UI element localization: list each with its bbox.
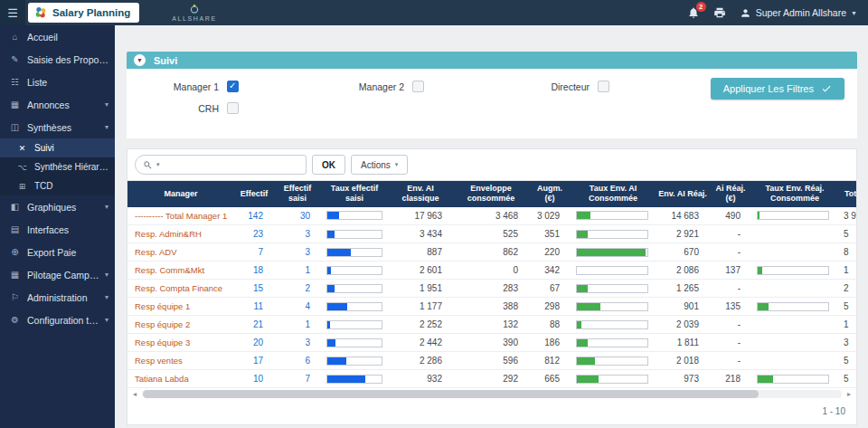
cell-total-ai: 3 9: [838, 207, 856, 225]
column-header-manager[interactable]: Manager: [127, 181, 234, 207]
checkbox-crh[interactable]: [227, 102, 239, 114]
scroll-right-icon[interactable]: ▸: [844, 388, 854, 400]
sidebar-item-annonces[interactable]: ▦Annonces▾: [0, 93, 115, 116]
cell-total-ai: 2: [838, 280, 856, 298]
cell-manager[interactable]: Tatiana Labda: [127, 370, 234, 388]
chevron-down-icon[interactable]: ▾: [156, 161, 160, 168]
table-row[interactable]: Resp. ADV73887862220670-8: [127, 243, 856, 262]
cell-manager[interactable]: Resp équipe 2: [127, 316, 234, 334]
sidebar-item-interfaces[interactable]: ▤Interfaces: [0, 218, 115, 241]
progress-fill-blue: [327, 376, 365, 383]
sidebar-item-label: Configuration techni...: [27, 315, 101, 326]
table-row[interactable]: ---------- Total Manager 11423017 9633 4…: [127, 207, 856, 225]
sidebar-item-suivi[interactable]: ✕Suivi: [0, 138, 115, 157]
suivi-panel-header: ▼ Suivi: [127, 52, 857, 69]
hamburger-menu-icon[interactable]: ☰: [0, 0, 25, 25]
cell-effectif: 10: [234, 370, 274, 388]
progress-track: [326, 375, 382, 384]
cell-manager[interactable]: Resp équipe 1: [127, 298, 234, 316]
sidebar-item-pilotage-campagne[interactable]: ▦Pilotage Campagne▾: [0, 263, 115, 286]
table-row[interactable]: Resp. Compta Finance1521 951283671 265-2: [127, 280, 856, 298]
filter-group: CRH: [139, 102, 239, 114]
column-header-taux-effectif-saisi[interactable]: Taux effectif saisi: [321, 181, 388, 207]
scroll-left-icon[interactable]: ◂: [130, 388, 139, 400]
sidebar-item-accueil[interactable]: ⌂Accueil: [0, 25, 115, 48]
scrollbar-thumb[interactable]: [143, 390, 759, 398]
table-row[interactable]: Resp ventes1762 2865968122 018-5: [127, 352, 856, 370]
checkbox-manager-1[interactable]: [227, 81, 239, 92]
cell-effectif: 11: [234, 298, 274, 316]
column-header-effectif-saisi[interactable]: Effectif saisi: [274, 181, 321, 207]
ok-button[interactable]: OK: [312, 155, 345, 175]
scrollbar-track[interactable]: [142, 390, 842, 398]
table-row[interactable]: Resp équipe 11141 1773882989011355: [127, 298, 856, 316]
collapse-panel-button[interactable]: ▼: [134, 54, 146, 66]
sidebar-item-saisie-des-propositions[interactable]: ✎Saisie des Propositions: [0, 48, 115, 71]
cell-ai-reaj: 137: [710, 262, 751, 280]
column-header-enveloppe-consomm-e[interactable]: Enveloppe consommée: [453, 181, 529, 207]
chevron-down-icon: ▾: [105, 100, 108, 109]
cell-env-ai-reaj: 2 921: [656, 225, 710, 243]
cell-effectif-saisi: 6: [274, 352, 321, 370]
cell-env-ai-classique: 2 442: [388, 334, 453, 352]
apply-filters-button[interactable]: Appliquer Les Filtres: [711, 78, 844, 100]
cell-env-ai-classique: 2 286: [388, 352, 453, 370]
print-button[interactable]: [713, 6, 726, 19]
cell-taux-effectif-saisi: [321, 243, 388, 262]
cell-taux-effectif-saisi: [321, 225, 388, 243]
cell-manager[interactable]: Resp. Comm&Mkt: [127, 262, 234, 280]
column-header-taux-env-ai-consomm-e[interactable]: Taux Env. AI Consommée: [571, 181, 656, 207]
checkbox-manager-2[interactable]: [412, 81, 424, 92]
column-header-taux-env-r-aj-consomm-e[interactable]: Taux Env. Réaj. Consommée: [751, 181, 838, 207]
column-header-env-ai-classique[interactable]: Env. AI classique: [388, 181, 453, 207]
sidebar-item-graphiques[interactable]: ◧Graphiques▾: [0, 195, 115, 218]
column-header-env-ai-r-aj[interactable]: Env. AI Réaj.: [656, 181, 710, 207]
cell-manager[interactable]: Resp. Admin&RH: [127, 225, 234, 243]
cell-ai-reaj: 490: [710, 207, 751, 225]
sidebar-item-export-paie[interactable]: ⊕Export Paie: [0, 241, 115, 263]
progress-track: [576, 230, 648, 239]
cell-taux-env-reaj-consommee: [751, 243, 838, 262]
actions-button[interactable]: Actions ▾: [351, 155, 408, 175]
cell-enveloppe-consommee: 283: [453, 280, 529, 298]
sidebar-item-synth-se-hi-rarchique[interactable]: ⌥Synthèse Hiérarchique: [0, 157, 115, 176]
search-icon[interactable]: [143, 160, 153, 170]
progress-track: [576, 320, 648, 329]
sidebar-item-synth-ses[interactable]: ◫Synthèses▾: [0, 116, 115, 138]
horizontal-scrollbar[interactable]: ◂ ▸: [127, 388, 856, 400]
progress-track: [757, 211, 829, 220]
cell-manager[interactable]: Resp. Compta Finance: [127, 280, 234, 298]
progress-track: [326, 248, 382, 257]
table-row[interactable]: Resp. Comm&Mkt1812 60103422 0861371: [127, 262, 856, 280]
column-header-total-ai[interactable]: Total AI: [838, 181, 856, 207]
cell-manager[interactable]: Resp ventes: [127, 352, 234, 370]
cell-env-ai-classique: 2 601: [388, 262, 453, 280]
cell-manager[interactable]: Resp équipe 3: [127, 334, 234, 352]
app-logo[interactable]: Salary Planning: [28, 3, 139, 23]
notifications-button[interactable]: 2: [687, 6, 700, 19]
cell-effectif: 15: [234, 280, 274, 298]
sidebar-item-label: Saisie des Propositions: [27, 54, 108, 65]
filter-label: Manager 1: [174, 81, 219, 92]
sidebar-item-liste[interactable]: ☷Liste: [0, 71, 115, 93]
sidebar-item-configuration-techni[interactable]: ⚙Configuration techni...▾: [0, 309, 115, 331]
table-icon: ⊞: [16, 182, 28, 191]
cell-manager[interactable]: Resp. ADV: [127, 243, 234, 262]
progress-fill-green: [577, 339, 588, 347]
table-row[interactable]: Resp équipe 32032 4423901861 811-3: [127, 334, 856, 352]
cell-taux-env-ai-consommee: [571, 352, 656, 370]
cell-manager[interactable]: ---------- Total Manager 1: [127, 207, 234, 225]
column-header-effectif[interactable]: Effectif: [234, 181, 274, 207]
table-row[interactable]: Resp équipe 22112 252132882 039-1: [127, 316, 856, 334]
column-header-augm[interactable]: Augm. (€): [529, 181, 571, 207]
table-row[interactable]: Resp. Admin&RH2333 4345253512 921-5: [127, 225, 856, 243]
search-input[interactable]: [164, 159, 298, 171]
sidebar-item-tcd[interactable]: ⊞TCD: [0, 176, 115, 195]
checkbox-directeur[interactable]: [598, 81, 609, 92]
progress-track: [576, 302, 648, 311]
column-header-ai-r-aj[interactable]: Ai Réaj. (€): [710, 181, 751, 207]
user-menu[interactable]: Super Admin Allshare ▼: [740, 7, 857, 19]
cell-total-ai: 5: [838, 370, 856, 388]
sidebar-item-administration[interactable]: ⚐Administration▾: [0, 286, 115, 309]
table-row[interactable]: Tatiana Labda1079322926659732185: [127, 370, 856, 388]
